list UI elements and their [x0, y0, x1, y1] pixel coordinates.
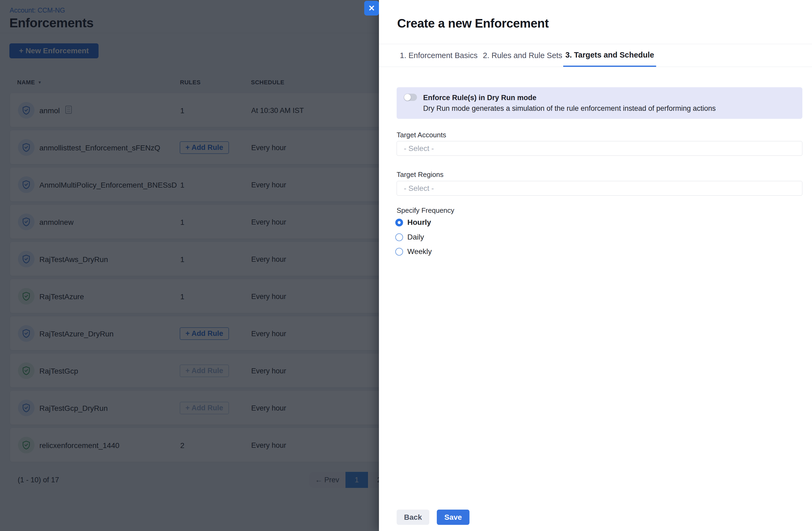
radio-weekly-label[interactable]: Weekly [407, 247, 432, 256]
target-accounts-select[interactable]: - Select - [397, 141, 802, 156]
drawer-title: Create a new Enforcement [397, 16, 549, 30]
select-placeholder: - Select - [404, 184, 434, 193]
wizard-tabs: 1. Enforcement Basics 2. Rules and Rule … [379, 44, 812, 67]
radio-daily[interactable] [395, 233, 403, 241]
dry-run-banner: Enforce Rule(s) in Dry Run mode Dry Run … [397, 87, 802, 119]
dry-run-title: Enforce Rule(s) in Dry Run mode [423, 94, 536, 102]
toggle-knob [404, 94, 411, 101]
close-icon[interactable]: ✕ [364, 1, 379, 16]
dry-run-description: Dry Run mode generates a simulation of t… [423, 104, 716, 113]
create-enforcement-drawer: Create a new Enforcement 1. Enforcement … [379, 0, 812, 531]
radio-hourly-label[interactable]: Hourly [407, 218, 431, 227]
radio-daily-label[interactable]: Daily [407, 233, 424, 241]
target-regions-select[interactable]: - Select - [397, 181, 802, 196]
tab-targets-and-schedule[interactable]: 3. Targets and Schedule [563, 44, 656, 67]
save-button[interactable]: Save [437, 510, 469, 525]
radio-hourly[interactable] [395, 219, 403, 226]
target-regions-label: Target Regions [397, 171, 444, 179]
back-button[interactable]: Back [397, 510, 429, 525]
select-placeholder: - Select - [404, 144, 434, 153]
dry-run-toggle[interactable] [404, 94, 417, 101]
frequency-label: Specify Frequency [397, 206, 454, 215]
tab-rules-and-rule-sets[interactable]: 2. Rules and Rule Sets [481, 44, 565, 67]
radio-weekly[interactable] [395, 248, 403, 255]
tab-enforcement-basics[interactable]: 1. Enforcement Basics [398, 44, 480, 67]
target-accounts-label: Target Accounts [397, 131, 446, 139]
